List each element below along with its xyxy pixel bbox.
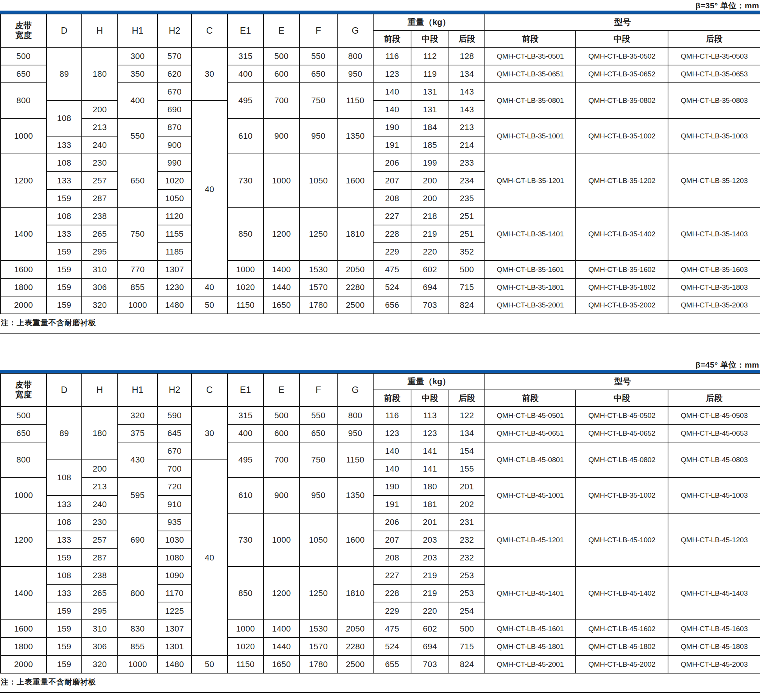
- table-row: 1200108230650990730100010501600206199233…: [0, 154, 760, 172]
- value-cell: 600: [263, 65, 299, 83]
- value-cell: 430: [118, 442, 157, 478]
- value-cell: 201: [449, 478, 485, 495]
- value-cell: 800: [337, 47, 373, 65]
- model-cell: QMH-CT-LB-35-1803: [668, 278, 760, 296]
- model-cell: QMH-CT-LB-45-0652: [576, 424, 668, 442]
- value-cell: 119: [411, 65, 449, 83]
- value-cell: 720: [157, 478, 191, 495]
- table-row: 1600159310830130710001400153020504756025…: [0, 620, 760, 638]
- value-cell: 1230: [157, 278, 191, 296]
- value-cell: 265: [82, 225, 118, 243]
- column-header: 前段: [485, 390, 576, 406]
- model-cell: QMH-CT-LB-45-2003: [668, 655, 760, 673]
- value-cell: 133: [47, 136, 82, 154]
- value-cell: 1090: [157, 567, 191, 584]
- value-cell: 159: [47, 638, 82, 655]
- table-section-beta45: β=45° 单位：mm 皮带 宽度DHH1H2CE1EFG重量（kg）型号前段中…: [0, 360, 760, 693]
- value-cell: 2280: [337, 638, 373, 655]
- value-cell: 208: [373, 189, 411, 207]
- value-cell: 602: [411, 620, 449, 638]
- column-header: F: [299, 373, 337, 406]
- value-cell: 159: [47, 655, 82, 673]
- value-cell: 870: [157, 118, 191, 136]
- table-row: 10002135957206109009501350190180201QMH-C…: [0, 478, 760, 495]
- value-cell: 602: [411, 261, 449, 278]
- model-cell: QMH-CT-LB-35-1601: [485, 261, 576, 278]
- value-cell: 1000: [0, 118, 47, 154]
- value-cell: 220: [411, 243, 449, 261]
- value-cell: 1200: [0, 154, 47, 207]
- value-cell: 50: [191, 296, 227, 314]
- value-cell: 950: [337, 424, 373, 442]
- model-cell: QMH-CT-LB-45-1403: [668, 567, 760, 620]
- value-cell: 251: [449, 207, 485, 225]
- column-header: H: [82, 14, 118, 47]
- value-cell: 1000: [263, 154, 299, 207]
- value-cell: 230: [82, 513, 118, 531]
- value-cell: 108: [47, 101, 82, 136]
- model-cell: QMH-CT-LB-35-1402: [576, 207, 668, 261]
- model-cell: QMH-CT-LB-45-0803: [668, 442, 760, 478]
- value-cell: 191: [373, 495, 411, 513]
- value-cell: 900: [263, 478, 299, 513]
- value-cell: 2050: [337, 620, 373, 638]
- value-cell: 1810: [337, 207, 373, 261]
- model-cell: QMH-CT-LB-35-0503: [668, 47, 760, 65]
- value-cell: 206: [373, 154, 411, 172]
- value-cell: 184: [411, 118, 449, 136]
- value-cell: 1250: [299, 207, 337, 261]
- value-cell: 595: [118, 478, 157, 513]
- value-cell: 203: [411, 549, 449, 567]
- value-cell: 228: [373, 225, 411, 243]
- value-cell: 1030: [157, 531, 191, 549]
- value-cell: 670: [157, 83, 191, 101]
- value-cell: 140: [373, 101, 411, 118]
- value-cell: 700: [157, 460, 191, 478]
- value-cell: 1440: [263, 638, 299, 655]
- table-row: 2000159320100014805011501650178025006567…: [0, 296, 760, 314]
- value-cell: 1150: [227, 655, 263, 673]
- value-cell: 1050: [157, 189, 191, 207]
- value-cell: 213: [82, 478, 118, 495]
- model-cell: QMH-GT-LB-35-1201: [485, 154, 576, 207]
- value-cell: 219: [411, 584, 449, 602]
- value-cell: 185: [411, 136, 449, 154]
- model-cell: QMH-CT-LB-35-0801: [485, 83, 576, 118]
- value-cell: 715: [449, 278, 485, 296]
- value-cell: 40: [191, 460, 227, 655]
- value-cell: 203: [411, 531, 449, 549]
- value-cell: 238: [82, 207, 118, 225]
- value-cell: 89: [47, 47, 82, 101]
- value-cell: 1000: [0, 478, 47, 513]
- table-row: 1800159306855130110201440157022805246947…: [0, 638, 760, 655]
- value-cell: 227: [373, 567, 411, 584]
- column-header: H2: [157, 373, 191, 406]
- value-cell: 645: [157, 424, 191, 442]
- value-cell: 287: [82, 549, 118, 567]
- model-cell: QMH-CT-LB-45-0503: [668, 406, 760, 424]
- value-cell: 352: [449, 243, 485, 261]
- model-cell: QMH-CT-LB-45-1401: [485, 567, 576, 620]
- value-cell: 1150: [337, 83, 373, 118]
- column-header: G: [337, 373, 373, 406]
- model-cell: QMH-CT-LB-35-1603: [668, 261, 760, 278]
- value-cell: 1000: [263, 513, 299, 567]
- model-cell: QMH-CT-LB-35-1002: [576, 478, 668, 513]
- value-cell: 400: [118, 83, 157, 118]
- value-cell: 30: [191, 47, 227, 101]
- column-header: 前段: [485, 31, 576, 47]
- column-header: H1: [118, 14, 157, 47]
- value-cell: 500: [449, 261, 485, 278]
- value-cell: 89: [47, 406, 82, 460]
- value-cell: 257: [82, 172, 118, 189]
- value-cell: 254: [449, 602, 485, 620]
- value-cell: 694: [411, 638, 449, 655]
- value-cell: 227: [373, 207, 411, 225]
- value-cell: 2000: [0, 655, 47, 673]
- column-header: 中段: [411, 31, 449, 47]
- value-cell: 850: [227, 567, 263, 620]
- model-cell: QMH-CT-LB-35-0502: [576, 47, 668, 65]
- value-cell: 1020: [227, 278, 263, 296]
- value-cell: 550: [118, 118, 157, 154]
- model-cell: QMH-CT-LB-35-1403: [668, 207, 760, 261]
